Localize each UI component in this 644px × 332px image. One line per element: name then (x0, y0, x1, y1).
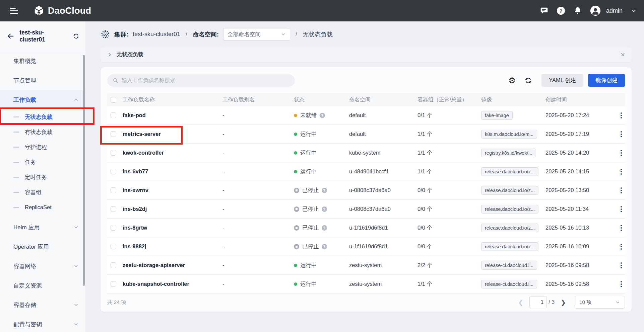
workload-name-link[interactable]: ins-6vb77 (123, 168, 148, 175)
workload-name-link[interactable]: ins-xwrnv (123, 187, 148, 193)
sidebar-item-label: 容器网络 (13, 262, 36, 270)
namespace-cell: zestu-system (349, 281, 417, 287)
kebab-menu-icon[interactable] (619, 261, 624, 270)
namespace-cell: default (349, 112, 417, 118)
sidebar-item[interactable]: Operator 应用 (0, 237, 85, 256)
user-chevron-down-icon[interactable] (631, 8, 637, 14)
sidebar-item-label: 定时任务 (25, 174, 47, 181)
search-box[interactable] (107, 74, 295, 87)
sidebar-item[interactable]: 容器存储 (0, 295, 85, 315)
status-help-icon[interactable]: ? (322, 206, 327, 212)
prev-page-icon[interactable]: ❮ (518, 299, 523, 306)
breadcrumb-cluster-label: 集群: (114, 30, 128, 38)
row-checkbox[interactable] (111, 150, 116, 156)
image-create-button[interactable]: 镜像创建 (588, 74, 625, 87)
namespace-select[interactable]: 全部命名空间 (223, 28, 290, 40)
chevron-down-icon (281, 32, 286, 37)
kebab-menu-icon[interactable] (619, 186, 624, 195)
sidebar-item[interactable]: 集群概览 (0, 51, 85, 71)
row-checkbox[interactable] (111, 112, 116, 118)
workload-name-link[interactable]: ins-bs2dj (123, 206, 147, 212)
cluster-dots-icon (101, 30, 110, 39)
sidebar-item[interactable]: 工作负载 (0, 90, 85, 109)
close-icon[interactable]: × (621, 51, 625, 59)
sidebar-item[interactable]: Helm 应用 (0, 218, 85, 237)
dash-icon (13, 162, 19, 163)
sidebar-item[interactable]: 任务 (0, 155, 85, 170)
table-header: 工作负载名称 工作负载别名 状态 命名空间 容器组（正常/总量） 镜像 创建时间 (107, 93, 625, 106)
username[interactable]: admin (606, 7, 623, 14)
row-checkbox[interactable] (111, 244, 116, 249)
back-arrow-icon[interactable] (7, 32, 14, 40)
sidebar-item[interactable]: 节点管理 (0, 71, 85, 90)
column-header: 工作负载别名 (222, 96, 294, 103)
status-help-icon[interactable]: ? (322, 225, 327, 231)
sidebar-item-label: Helm 应用 (13, 224, 40, 231)
chevron-right-icon[interactable] (107, 52, 112, 57)
page-total: / 3 (549, 299, 555, 305)
next-page-icon[interactable]: ❯ (561, 299, 566, 306)
page-number-input[interactable] (529, 296, 547, 308)
avatar[interactable] (590, 6, 600, 16)
kebab-menu-icon[interactable] (619, 149, 624, 157)
sidebar-item[interactable]: 无状态负载 (0, 109, 85, 124)
page-size-select[interactable]: 10 项 (575, 296, 625, 309)
status-text: 运行中 (300, 131, 317, 138)
sidebar-item[interactable]: 配置与密钥 (0, 315, 85, 332)
workload-name-link[interactable]: fake-pod (123, 112, 146, 118)
row-checkbox[interactable] (111, 206, 116, 212)
kebab-menu-icon[interactable] (619, 167, 624, 176)
workload-name-link[interactable]: metrics-server (123, 131, 161, 137)
status-icon (294, 170, 297, 173)
gear-icon[interactable]: ⚙ (508, 76, 516, 85)
sidebar-item-label: 工作负载 (13, 96, 36, 104)
workload-name-link[interactable]: kwok-controller (123, 150, 164, 156)
kebab-menu-icon[interactable] (619, 205, 624, 214)
yaml-create-button[interactable]: YAML 创建 (541, 74, 583, 87)
switch-cluster-icon[interactable] (73, 33, 79, 39)
breadcrumb-cluster-value[interactable]: test-sku-cluster01 (133, 31, 180, 38)
status-help-icon[interactable]: ? (320, 113, 325, 118)
refresh-icon[interactable] (524, 77, 532, 84)
row-checkbox[interactable] (111, 262, 116, 268)
row-checkbox[interactable] (111, 169, 116, 174)
sidebar-item[interactable]: 定时任务 (0, 170, 85, 185)
kebab-menu-icon[interactable] (619, 280, 624, 288)
status-help-icon[interactable]: ? (322, 244, 327, 249)
sidebar-item[interactable]: 容器组 (0, 185, 85, 200)
hamburger-menu-icon[interactable] (10, 8, 18, 14)
row-checkbox[interactable] (111, 131, 116, 137)
brand-logo[interactable]: DaoCloud (34, 5, 91, 16)
workload-name-link[interactable]: ins-9882j (123, 243, 146, 250)
kebab-menu-icon[interactable] (619, 111, 624, 120)
workload-name-link[interactable]: zestu-storage-apiserver (123, 262, 185, 268)
created-time-cell: 2025-05-20 14:15 (545, 168, 616, 175)
feedback-icon[interactable] (540, 6, 549, 15)
image-tag: release.daocloud.io/z... (481, 242, 538, 251)
search-input[interactable] (122, 77, 289, 83)
row-checkbox[interactable] (111, 281, 116, 287)
sidebar-item[interactable]: 容器网络 (0, 256, 85, 276)
kebab-menu-icon[interactable] (619, 242, 624, 251)
workload-name-link[interactable]: ins-8grtw (123, 225, 147, 231)
row-checkbox[interactable] (111, 187, 116, 193)
chevron-down-icon (615, 300, 620, 305)
notifications-bell-icon[interactable] (573, 6, 582, 15)
sidebar-item[interactable]: 自定义资源 (0, 276, 85, 295)
select-all-checkbox[interactable] (111, 97, 116, 103)
row-checkbox[interactable] (111, 225, 116, 231)
kebab-menu-icon[interactable] (619, 224, 624, 232)
sidebar-item[interactable]: 有状态负载 (0, 124, 85, 140)
status-icon (294, 133, 297, 136)
status-help-icon[interactable]: ? (322, 188, 327, 193)
sidebar-item[interactable]: ReplicaSet (0, 200, 85, 215)
sidebar-item-label: ReplicaSet (25, 204, 52, 211)
sidebar-item[interactable]: 守护进程 (0, 140, 85, 155)
help-icon[interactable]: ? (557, 7, 565, 15)
pods-cell: 0/0 个 (417, 224, 481, 232)
column-header: 创建时间 (545, 96, 616, 103)
workload-name-link[interactable]: kube-snapshot-controller (123, 281, 189, 287)
notice-text: 无状态负载 (117, 51, 143, 58)
kebab-menu-icon[interactable] (619, 130, 624, 139)
sidebar-scrollbar[interactable] (83, 55, 85, 286)
